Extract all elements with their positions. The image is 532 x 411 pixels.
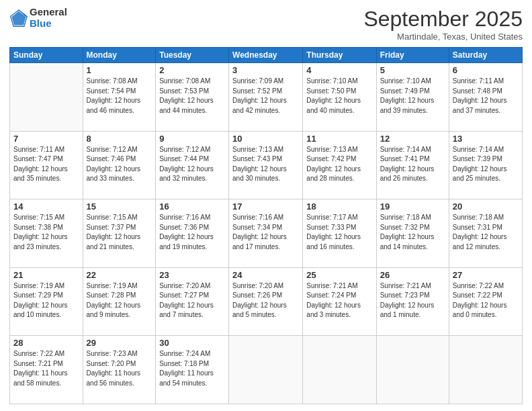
day-info: Sunrise: 7:12 AMSunset: 7:46 PMDaylight:… bbox=[87, 145, 152, 184]
table-row: 5Sunrise: 7:10 AMSunset: 7:49 PMDaylight… bbox=[376, 63, 449, 132]
table-row: 24Sunrise: 7:20 AMSunset: 7:26 PMDayligh… bbox=[229, 267, 303, 336]
day-info: Sunrise: 7:16 AMSunset: 7:34 PMDaylight:… bbox=[232, 213, 299, 252]
title-location: Martindale, Texas, United States bbox=[363, 32, 523, 42]
svg-marker-0 bbox=[12, 11, 26, 25]
table-row: 17Sunrise: 7:16 AMSunset: 7:34 PMDayligh… bbox=[229, 199, 303, 268]
table-row: 8Sunrise: 7:12 AMSunset: 7:46 PMDaylight… bbox=[83, 131, 156, 199]
day-info: Sunrise: 7:11 AMSunset: 7:48 PMDaylight:… bbox=[453, 77, 519, 116]
col-friday: Friday bbox=[376, 48, 449, 63]
day-number: 4 bbox=[306, 65, 372, 75]
table-row: 23Sunrise: 7:20 AMSunset: 7:27 PMDayligh… bbox=[156, 267, 229, 336]
day-info: Sunrise: 7:21 AMSunset: 7:23 PMDaylight:… bbox=[380, 281, 445, 320]
table-row: 11Sunrise: 7:13 AMSunset: 7:42 PMDayligh… bbox=[303, 131, 376, 199]
day-number: 11 bbox=[306, 134, 372, 144]
day-number: 8 bbox=[87, 134, 152, 144]
day-info: Sunrise: 7:17 AMSunset: 7:33 PMDaylight:… bbox=[306, 213, 372, 252]
day-info: Sunrise: 7:13 AMSunset: 7:43 PMDaylight:… bbox=[232, 145, 299, 184]
table-row: 19Sunrise: 7:18 AMSunset: 7:32 PMDayligh… bbox=[376, 199, 449, 268]
table-row: 22Sunrise: 7:19 AMSunset: 7:28 PMDayligh… bbox=[83, 267, 156, 336]
day-number: 19 bbox=[380, 201, 445, 212]
col-tuesday: Tuesday bbox=[156, 48, 229, 63]
table-row: 27Sunrise: 7:22 AMSunset: 7:22 PMDayligh… bbox=[449, 267, 522, 336]
day-number: 7 bbox=[13, 134, 79, 144]
day-info: Sunrise: 7:15 AMSunset: 7:38 PMDaylight:… bbox=[13, 213, 79, 252]
day-number: 1 bbox=[87, 65, 152, 75]
table-row: 20Sunrise: 7:18 AMSunset: 7:31 PMDayligh… bbox=[449, 199, 522, 268]
logo-general-text: General bbox=[30, 7, 67, 18]
day-number: 9 bbox=[159, 134, 225, 144]
day-number: 15 bbox=[87, 201, 152, 212]
day-info: Sunrise: 7:20 AMSunset: 7:26 PMDaylight:… bbox=[232, 281, 299, 320]
table-row bbox=[229, 336, 303, 404]
logo-blue-text: Blue bbox=[30, 18, 67, 30]
day-number: 26 bbox=[380, 270, 445, 280]
day-info: Sunrise: 7:19 AMSunset: 7:28 PMDaylight:… bbox=[87, 281, 152, 320]
logo-icon bbox=[9, 9, 28, 28]
table-row: 30Sunrise: 7:24 AMSunset: 7:18 PMDayligh… bbox=[156, 336, 229, 404]
day-number: 12 bbox=[380, 134, 445, 144]
table-row: 21Sunrise: 7:19 AMSunset: 7:29 PMDayligh… bbox=[10, 267, 83, 336]
day-number: 13 bbox=[453, 134, 519, 144]
day-info: Sunrise: 7:22 AMSunset: 7:22 PMDaylight:… bbox=[453, 281, 519, 320]
day-number: 18 bbox=[306, 201, 372, 212]
day-info: Sunrise: 7:18 AMSunset: 7:32 PMDaylight:… bbox=[380, 213, 445, 252]
day-info: Sunrise: 7:13 AMSunset: 7:42 PMDaylight:… bbox=[306, 145, 372, 184]
day-info: Sunrise: 7:10 AMSunset: 7:50 PMDaylight:… bbox=[306, 77, 372, 116]
day-info: Sunrise: 7:08 AMSunset: 7:54 PMDaylight:… bbox=[87, 77, 152, 116]
day-number: 6 bbox=[453, 65, 519, 75]
day-info: Sunrise: 7:21 AMSunset: 7:24 PMDaylight:… bbox=[306, 281, 372, 320]
col-sunday: Sunday bbox=[10, 48, 83, 63]
day-info: Sunrise: 7:24 AMSunset: 7:18 PMDaylight:… bbox=[159, 349, 225, 388]
table-row: 7Sunrise: 7:11 AMSunset: 7:47 PMDaylight… bbox=[10, 131, 83, 199]
day-number: 14 bbox=[13, 201, 79, 212]
table-row: 29Sunrise: 7:23 AMSunset: 7:20 PMDayligh… bbox=[83, 336, 156, 404]
day-info: Sunrise: 7:19 AMSunset: 7:29 PMDaylight:… bbox=[13, 281, 79, 320]
day-number: 2 bbox=[159, 65, 225, 75]
calendar-table: Sunday Monday Tuesday Wednesday Thursday… bbox=[9, 47, 523, 404]
day-info: Sunrise: 7:22 AMSunset: 7:21 PMDaylight:… bbox=[13, 349, 79, 388]
table-row: 18Sunrise: 7:17 AMSunset: 7:33 PMDayligh… bbox=[303, 199, 376, 268]
table-row: 9Sunrise: 7:12 AMSunset: 7:44 PMDaylight… bbox=[156, 131, 229, 199]
day-number: 5 bbox=[380, 65, 445, 75]
table-row: 14Sunrise: 7:15 AMSunset: 7:38 PMDayligh… bbox=[10, 199, 83, 268]
col-saturday: Saturday bbox=[449, 48, 522, 63]
day-info: Sunrise: 7:12 AMSunset: 7:44 PMDaylight:… bbox=[159, 145, 225, 184]
table-row: 28Sunrise: 7:22 AMSunset: 7:21 PMDayligh… bbox=[10, 336, 83, 404]
page: General Blue September 2025 Martindale, … bbox=[0, 0, 532, 411]
day-info: Sunrise: 7:11 AMSunset: 7:47 PMDaylight:… bbox=[13, 145, 79, 184]
day-info: Sunrise: 7:08 AMSunset: 7:53 PMDaylight:… bbox=[159, 77, 225, 116]
day-info: Sunrise: 7:09 AMSunset: 7:52 PMDaylight:… bbox=[232, 77, 299, 116]
table-row: 12Sunrise: 7:14 AMSunset: 7:41 PMDayligh… bbox=[376, 131, 449, 199]
logo: General Blue bbox=[9, 7, 67, 29]
title-month: September 2025 bbox=[363, 7, 523, 32]
logo-text: General Blue bbox=[30, 7, 67, 29]
day-number: 27 bbox=[453, 270, 519, 280]
header-row: Sunday Monday Tuesday Wednesday Thursday… bbox=[10, 48, 523, 63]
day-number: 16 bbox=[159, 201, 225, 212]
table-row: 16Sunrise: 7:16 AMSunset: 7:36 PMDayligh… bbox=[156, 199, 229, 268]
day-number: 17 bbox=[232, 201, 299, 212]
day-number: 28 bbox=[13, 338, 79, 348]
table-row bbox=[449, 336, 522, 404]
day-info: Sunrise: 7:20 AMSunset: 7:27 PMDaylight:… bbox=[159, 281, 225, 320]
day-number: 3 bbox=[232, 65, 299, 75]
day-number: 10 bbox=[232, 134, 299, 144]
day-number: 20 bbox=[453, 201, 519, 212]
day-number: 24 bbox=[232, 270, 299, 280]
day-info: Sunrise: 7:18 AMSunset: 7:31 PMDaylight:… bbox=[453, 213, 519, 252]
day-number: 30 bbox=[159, 338, 225, 348]
table-row: 4Sunrise: 7:10 AMSunset: 7:50 PMDaylight… bbox=[303, 63, 376, 132]
day-info: Sunrise: 7:10 AMSunset: 7:49 PMDaylight:… bbox=[380, 77, 445, 116]
day-info: Sunrise: 7:14 AMSunset: 7:39 PMDaylight:… bbox=[453, 145, 519, 184]
day-info: Sunrise: 7:15 AMSunset: 7:37 PMDaylight:… bbox=[87, 213, 152, 252]
title-block: September 2025 Martindale, Texas, United… bbox=[363, 7, 523, 42]
day-number: 29 bbox=[87, 338, 152, 348]
table-row: 13Sunrise: 7:14 AMSunset: 7:39 PMDayligh… bbox=[449, 131, 522, 199]
day-info: Sunrise: 7:23 AMSunset: 7:20 PMDaylight:… bbox=[87, 349, 152, 388]
table-row: 25Sunrise: 7:21 AMSunset: 7:24 PMDayligh… bbox=[303, 267, 376, 336]
day-number: 25 bbox=[306, 270, 372, 280]
table-row: 3Sunrise: 7:09 AMSunset: 7:52 PMDaylight… bbox=[229, 63, 303, 132]
table-row: 15Sunrise: 7:15 AMSunset: 7:37 PMDayligh… bbox=[83, 199, 156, 268]
table-row: 10Sunrise: 7:13 AMSunset: 7:43 PMDayligh… bbox=[229, 131, 303, 199]
day-number: 21 bbox=[13, 270, 79, 280]
